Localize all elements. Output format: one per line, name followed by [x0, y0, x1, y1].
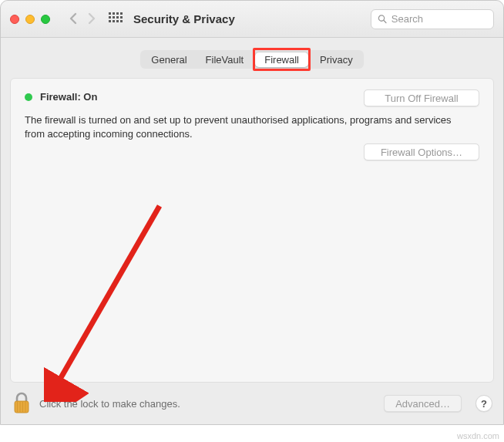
svg-rect-9	[113, 20, 115, 22]
svg-rect-6	[116, 16, 119, 19]
grid-icon	[109, 12, 123, 26]
lock-icon	[12, 392, 32, 415]
show-all-button[interactable]	[109, 12, 123, 26]
tab-bar: General FileVault Firewall Privacy	[10, 50, 494, 69]
svg-rect-8	[109, 20, 111, 22]
minimize-window-button[interactable]	[25, 15, 35, 24]
svg-rect-11	[120, 20, 123, 22]
lock-hint-text: Click the lock to make changes.	[39, 398, 180, 410]
firewall-panel: Firewall: On Turn Off Firewall The firew…	[10, 78, 494, 383]
svg-rect-3	[120, 12, 123, 15]
page-title: Security & Privacy	[133, 12, 235, 25]
firewall-status-label: Firewall: On	[40, 91, 97, 103]
firewall-description: The firewall is turned on and set up to …	[25, 113, 456, 140]
close-window-button[interactable]	[10, 15, 19, 24]
status-indicator-icon	[25, 93, 32, 101]
svg-rect-2	[116, 12, 119, 15]
back-button[interactable]	[64, 11, 82, 28]
turn-off-firewall-button[interactable]: Turn Off Firewall	[364, 89, 479, 106]
firewall-options-button[interactable]: Firewall Options…	[364, 143, 479, 160]
tab-filevault[interactable]: FileVault	[197, 52, 254, 67]
advanced-button[interactable]: Advanced…	[384, 395, 462, 412]
svg-rect-7	[120, 16, 123, 19]
tab-firewall[interactable]: Firewall	[255, 52, 308, 67]
search-field[interactable]	[371, 9, 494, 29]
titlebar: Security & Privacy	[1, 1, 503, 38]
svg-rect-4	[109, 16, 111, 19]
svg-line-13	[384, 20, 386, 22]
zoom-window-button[interactable]	[41, 15, 50, 24]
prefs-window: Security & Privacy General FileVault Fir…	[0, 0, 504, 425]
tab-highlight: Firewall	[253, 48, 311, 71]
svg-rect-10	[116, 20, 119, 22]
lock-button[interactable]	[12, 392, 32, 415]
window-controls	[10, 15, 50, 24]
help-button[interactable]: ?	[475, 395, 492, 412]
content-area: General FileVault Firewall Privacy Firew…	[1, 38, 503, 383]
tab-privacy[interactable]: Privacy	[311, 52, 362, 67]
search-icon	[378, 14, 387, 24]
watermark: wsxdn.com	[457, 431, 499, 440]
svg-rect-5	[113, 16, 115, 19]
search-input[interactable]	[387, 13, 487, 25]
svg-rect-1	[113, 12, 115, 15]
chevron-left-icon	[69, 12, 78, 25]
svg-rect-14	[15, 401, 29, 413]
forward-button[interactable]	[82, 11, 101, 28]
tab-general[interactable]: General	[142, 52, 196, 67]
svg-rect-0	[109, 12, 111, 15]
footer: Click the lock to make changes. Advanced…	[1, 383, 503, 424]
chevron-right-icon	[87, 12, 96, 25]
